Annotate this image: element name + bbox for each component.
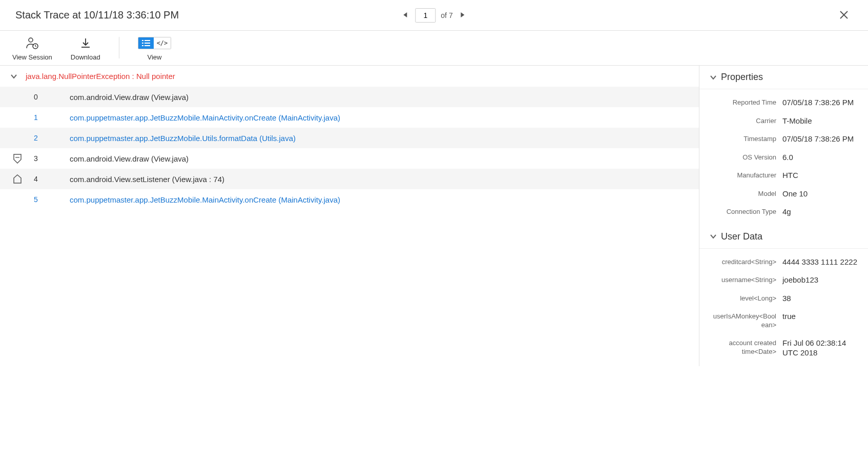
frame-text: com.android.View.setListener (View.java … — [47, 175, 224, 184]
userdata-value: joebob123 — [782, 275, 858, 285]
property-label: Manufacturer — [710, 170, 776, 181]
exception-header[interactable]: java.lang.NullPointerException : Null po… — [0, 66, 699, 87]
property-value: T-Mobile — [782, 116, 858, 126]
userdata-label: account created time<Date> — [710, 338, 776, 358]
properties-section-header[interactable]: Properties — [699, 66, 868, 89]
property-row: Reported Time 07/05/18 7:38:26 PM — [699, 93, 868, 112]
properties-body: Reported Time 07/05/18 7:38:26 PM Carrie… — [699, 89, 868, 225]
triangle-right-icon — [460, 12, 465, 18]
download-button[interactable]: Download — [71, 37, 100, 61]
toolbar: View Session Download — [0, 31, 868, 66]
userdata-row: account created time<Date> Fri Jul 06 02… — [699, 334, 868, 362]
userdata-value: true — [782, 311, 858, 330]
frame-link[interactable]: com.puppetmaster.app.JetBuzzMobile.Utils… — [47, 134, 296, 143]
userdata-label: userIsAMonkey<Boolean> — [710, 311, 776, 330]
stack-frame-row: 1 com.puppetmaster.app.JetBuzzMobile.Mai… — [0, 107, 699, 128]
property-value: 07/05/18 7:38:26 PM — [782, 134, 858, 144]
userdata-title: User Data — [721, 231, 762, 242]
userdata-label: creditcard<String> — [710, 257, 776, 267]
property-row: Manufacturer HTC — [699, 166, 868, 185]
frame-index: 4 — [25, 175, 47, 183]
userdata-row: username<String> joebob123 — [699, 271, 868, 289]
property-label: Reported Time — [710, 97, 776, 108]
stack-frame-row: 0 com.android.View.draw (View.java) — [0, 87, 699, 107]
property-row: Carrier T-Mobile — [699, 112, 868, 130]
svg-rect-12 — [142, 43, 143, 44]
frame-text: com.android.View.draw (View.java) — [47, 154, 189, 163]
property-label: Connection Type — [710, 207, 776, 217]
chevron-down-icon — [710, 75, 717, 80]
next-page-button[interactable] — [458, 9, 467, 22]
property-label: Timestamp — [710, 134, 776, 144]
toolbar-divider — [119, 37, 119, 58]
frame-link[interactable]: com.puppetmaster.app.JetBuzzMobile.MainA… — [47, 195, 340, 204]
header-bar: Stack Trace at 10/11/18 3:36:10 PM of 7 — [0, 0, 868, 31]
chevron-down-icon — [10, 72, 17, 81]
frame-index: 3 — [25, 154, 47, 163]
view-toggle-raw[interactable]: </> — [154, 37, 171, 49]
property-label: Model — [710, 189, 776, 199]
stack-frame-row: 2 com.puppetmaster.app.JetBuzzMobile.Uti… — [0, 128, 699, 148]
stack-trace-area: java.lang.NullPointerException : Null po… — [0, 66, 699, 366]
userdata-section-header[interactable]: User Data — [699, 225, 868, 249]
property-value: HTC — [782, 170, 858, 181]
property-value: 6.0 — [782, 152, 858, 163]
download-label: Download — [71, 53, 100, 61]
stack-frame-row: 4 com.android.View.setListener (View.jav… — [0, 169, 699, 189]
page-title: Stack Trace at 10/11/18 3:36:10 PM — [15, 9, 179, 21]
stack-frame-row: 3 com.android.View.draw (View.java) — [0, 148, 699, 169]
properties-title: Properties — [721, 72, 763, 83]
property-label: Carrier — [710, 116, 776, 126]
frame-index: 1 — [25, 113, 47, 122]
property-value: 07/05/18 7:38:26 PM — [782, 97, 858, 108]
svg-marker-17 — [14, 175, 21, 183]
view-toggle: </> — [138, 37, 172, 49]
svg-rect-15 — [144, 45, 150, 46]
userdata-row: creditcard<String> 4444 3333 1111 2222 — [699, 253, 868, 271]
svg-rect-10 — [142, 40, 143, 41]
frame-text: com.android.View.draw (View.java) — [47, 93, 189, 102]
svg-rect-13 — [144, 43, 150, 44]
userdata-row: level<Long> 38 — [699, 289, 868, 308]
property-value: 4g — [782, 207, 858, 217]
svg-rect-14 — [142, 45, 143, 46]
page-input[interactable] — [415, 8, 436, 23]
userdata-body: creditcard<String> 4444 3333 1111 2222 u… — [699, 249, 868, 366]
frame-index: 0 — [25, 93, 47, 101]
property-row: Connection Type 4g — [699, 203, 868, 221]
home-icon — [13, 174, 22, 184]
chevron-down-icon — [710, 234, 717, 239]
view-session-button[interactable]: View Session — [12, 37, 52, 61]
svg-line-7 — [35, 46, 36, 47]
page-total: of 7 — [441, 11, 452, 19]
userdata-value: Fri Jul 06 02:38:14 UTC 2018 — [782, 338, 858, 358]
svg-rect-11 — [144, 40, 150, 41]
stack-frames: 0 com.android.View.draw (View.java) 1 co… — [0, 87, 699, 210]
frame-index: 5 — [25, 195, 47, 204]
userdata-row: userIsAMonkey<Boolean> true — [699, 307, 868, 334]
side-panel: Properties Reported Time 07/05/18 7:38:2… — [699, 66, 868, 366]
property-value: One 10 — [782, 189, 858, 199]
frame-link[interactable]: com.puppetmaster.app.JetBuzzMobile.MainA… — [47, 113, 340, 122]
userdata-value: 38 — [782, 293, 858, 304]
shield-icon — [13, 153, 22, 164]
property-label: OS Version — [710, 152, 776, 163]
view-mode-group: </> View — [138, 37, 172, 61]
view-session-label: View Session — [12, 53, 52, 61]
frame-icon-slot — [10, 153, 25, 164]
user-clock-icon — [25, 37, 39, 49]
view-label: View — [148, 53, 162, 61]
download-icon — [80, 37, 91, 49]
userdata-value: 4444 3333 1111 2222 — [782, 257, 858, 267]
prev-page-button[interactable] — [401, 9, 410, 22]
svg-marker-1 — [461, 12, 465, 17]
userdata-label: level<Long> — [710, 293, 776, 304]
triangle-left-icon — [403, 12, 408, 18]
close-icon — [839, 10, 849, 19]
frame-index: 2 — [25, 134, 47, 142]
list-icon — [141, 39, 151, 47]
view-toggle-list[interactable] — [138, 37, 154, 49]
property-row: Timestamp 07/05/18 7:38:26 PM — [699, 130, 868, 148]
close-button[interactable] — [835, 5, 853, 25]
frame-icon-slot — [10, 174, 25, 184]
